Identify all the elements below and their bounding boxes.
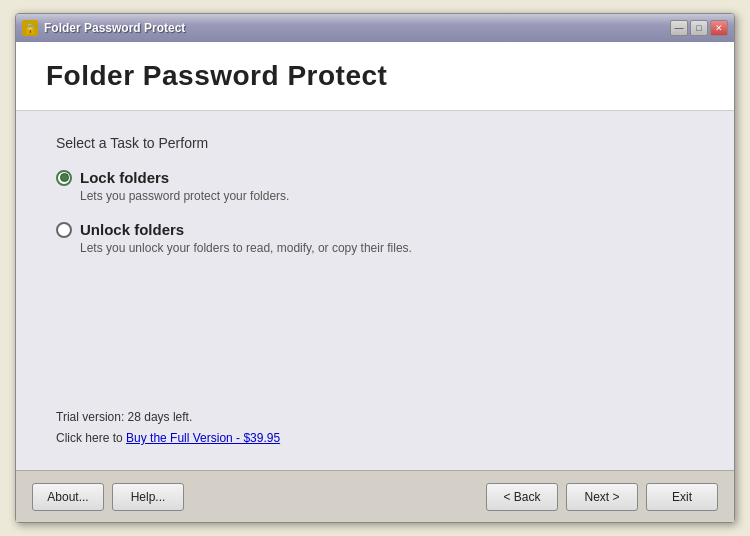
header: Folder Password Protect [16,42,734,111]
app-icon: 🔒 [22,20,38,36]
trial-text: Trial version: 28 days left. [56,410,694,424]
main-content: Select a Task to Perform Lock folders Le… [16,111,734,470]
lock-label: Lock folders [80,169,169,186]
lock-option[interactable]: Lock folders Lets you password protect y… [56,169,694,203]
unlock-description: Lets you unlock your folders to read, mo… [80,241,694,255]
app-title: Folder Password Protect [46,60,704,92]
section-title: Select a Task to Perform [56,135,694,151]
lock-label-row[interactable]: Lock folders [56,169,694,186]
back-button[interactable]: < Back [486,483,558,511]
window-controls: — □ ✕ [670,20,728,36]
lock-radio[interactable] [56,170,72,186]
app-window: 🔒 Folder Password Protect — □ ✕ Folder P… [15,13,735,523]
footer: About... Help... < Back Next > Exit [16,470,734,522]
next-button[interactable]: Next > [566,483,638,511]
title-bar: 🔒 Folder Password Protect — □ ✕ [16,14,734,42]
window-title: Folder Password Protect [44,21,670,35]
lock-description: Lets you password protect your folders. [80,189,694,203]
unlock-option[interactable]: Unlock folders Lets you unlock your fold… [56,221,694,255]
close-button[interactable]: ✕ [710,20,728,36]
exit-button[interactable]: Exit [646,483,718,511]
maximize-button[interactable]: □ [690,20,708,36]
trial-section: Trial version: 28 days left. Click here … [56,390,694,446]
footer-left: About... Help... [32,483,486,511]
task-options: Lock folders Lets you password protect y… [56,169,694,255]
trial-link-prefix: Click here to [56,431,126,445]
footer-right: < Back Next > Exit [486,483,718,511]
help-button[interactable]: Help... [112,483,184,511]
about-button[interactable]: About... [32,483,104,511]
unlock-radio[interactable] [56,222,72,238]
buy-full-version-link[interactable]: Buy the Full Version - $39.95 [126,431,280,445]
unlock-label: Unlock folders [80,221,184,238]
minimize-button[interactable]: — [670,20,688,36]
unlock-label-row[interactable]: Unlock folders [56,221,694,238]
